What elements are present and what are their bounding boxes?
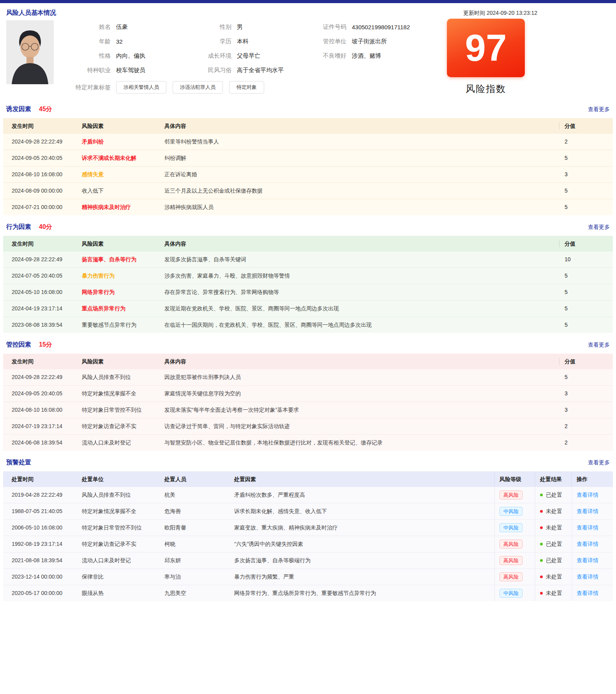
result-text: 未处置 [546,589,562,597]
cell-person: 邱东妍 [164,552,234,568]
result-text: 未处置 [546,573,562,581]
field-value: 高于全省平均水平 [237,67,284,74]
cell-person: 杭美 [164,487,234,503]
cell-unit: 眼须从热 [82,585,164,601]
field-value: 校车驾驶员 [116,67,145,74]
table-row: 2024-08-09 00:00:00收入低下近三个月及以上无公积金或社保缴存数… [3,182,613,199]
table-row: 2020-05-17 00:00:00眼须从热九思美空网络异常行为、重点场所异常… [3,585,613,601]
cell-risk-factor: 特定对象访查记录不实 [82,418,164,434]
view-detail-link[interactable]: 查看详情 [577,491,598,499]
view-detail-link[interactable]: 查看详情 [577,540,598,548]
risk-score: 97 [465,29,507,67]
field-value: 32 [116,38,123,45]
table-row: 2024-09-28 22:22:49扬言滋事、自杀等行为发现多次扬言滋事、自杀… [3,251,613,267]
column-header: 分值 [559,118,611,134]
cell-content: 发现未落实“每半年全面走访考察一次特定对象”基本要求 [164,402,559,418]
section-score: 40分 [39,223,52,231]
status-dot-icon [540,592,543,595]
cell-person: 率与治 [164,569,234,585]
view-detail-link[interactable]: 查看详情 [577,507,598,515]
table-row: 2023-12-14 00:00:00保律非比率与治暴力伤害行为频繁、严重高风险… [3,568,613,585]
table-body: 2024-09-28 22:22:49风险人员排查不到位因故意犯罪被作出刑事判决… [3,369,613,451]
disposal-section-wrap: 预警处置查看更多处置时间处置单位处置人员处置因素风险等级处置结果操作2019-0… [3,451,613,601]
table-row: 2024-09-05 20:40:05诉求不满或长期未化解纠纷调解5 [3,150,613,166]
update-time: 更新时间 2024-09-20 13:23:12 [463,10,537,17]
cell-result: 已处置 [535,536,572,552]
cell-person: 九思美空 [164,585,234,601]
column-header: 处置人员 [164,471,234,487]
view-more-link[interactable]: 查看更多 [588,224,610,231]
field-label: 管控单位 [311,38,346,45]
field-label: 性格 [76,52,111,60]
avatar-photo-icon [6,20,54,84]
view-more-link[interactable]: 查看更多 [588,106,610,113]
table-row: 2019-04-28 22:22:49风险人员排查不到位杭美矛盾纠纷次数多、严重… [3,487,613,503]
cell-score: 3 [559,402,611,418]
cell-factor: 家庭变故、重大疾病、精神疾病未及时治疗 [234,520,494,536]
cell-content: 因故意犯罪被作出刑事判决人员 [164,369,559,385]
table-body: 2024-09-28 22:22:49矛盾纠纷邻里等纠纷警情当事人22024-0… [3,134,613,215]
field-value: 坡子街派出所 [352,38,387,45]
cell-risk-factor: 网络异常行为 [82,284,164,300]
view-more-link[interactable]: 查看更多 [588,342,610,349]
cell-risk-level: 高风险 [494,487,535,503]
table-row: 2024-09-28 22:22:49风险人员排查不到位因故意犯罪被作出刑事判决… [3,369,613,385]
cell-risk-factor: 精神疾病未及时治疗 [82,199,164,215]
view-detail-link[interactable]: 查看详情 [577,589,598,597]
tags-list: 涉相关警情人员涉违法犯罪人员特定对象 [116,81,270,94]
field-label: 证件号码 [311,23,346,31]
section-control-factors: 管控因素15分查看更多发生时间风险因素具体内容分值2024-09-28 22:2… [3,333,613,451]
status-dot-icon [540,526,543,529]
view-detail-link[interactable]: 查看详情 [577,524,598,531]
page-title: 风险人员基本情况 [6,9,56,17]
avatar [6,20,54,84]
cell-risk-factor: 风险人员排查不到位 [82,369,164,385]
cell-score: 3 [559,166,611,182]
cell-risk-level: 中风险 [494,585,535,601]
cell-time: 2024-07-21 00:00:00 [12,199,82,215]
cell-content: 正在诉讼离婚 [164,166,559,182]
page: 风险人员基本情况 更新时间 2024-09-20 13:23:12 姓名伍豪性别… [0,3,616,601]
column-header: 操作 [572,471,611,487]
cell-score: 5 [559,150,611,166]
cell-time: 2006-05-10 16:08:00 [12,520,82,536]
cell-score: 5 [559,317,611,333]
special-object-tag: 涉违法犯罪人员 [173,81,223,94]
table-row: 2006-05-10 16:08:00特定对象日常管控不到位欧阳青馨家庭变故、重… [3,519,613,536]
table-header-row: 发生时间风险因素具体内容分值 [3,118,613,134]
risk-level-badge: 中风险 [500,523,522,533]
cell-unit: 特定对象访查记录不实 [82,536,164,552]
field-label: 民风习俗 [196,67,231,74]
column-header: 处置结果 [535,471,572,487]
risk-level-badge: 高风险 [500,490,522,500]
column-header: 风险因素 [82,236,164,251]
cell-factor: 暴力伤害行为频繁、严重 [234,569,494,585]
status-dot-icon [540,510,543,513]
cell-time: 2021-08-08 18:39:54 [12,552,82,568]
view-detail-link[interactable]: 查看详情 [577,556,598,564]
section-title: 预警处置 [6,459,31,467]
cell-action: 查看详情 [572,503,611,519]
view-detail-link[interactable]: 查看详情 [577,573,598,581]
cell-person: 柯晓 [164,536,234,552]
page-header: 风险人员基本情况 更新时间 2024-09-20 13:23:12 [3,3,613,19]
column-header: 分值 [559,354,611,369]
profile-field: 姓名伍豪 [76,23,196,31]
view-more-link[interactable]: 查看更多 [588,459,610,466]
status-dot-icon [540,494,543,496]
risk-index-panel: 97 风险指数 [447,19,525,95]
column-header: 风险因素 [82,354,164,369]
cell-result: 未处置 [535,520,572,536]
cell-time: 2019-04-28 22:22:49 [12,487,82,503]
cell-time: 2024-07-05 20:40:05 [12,268,82,284]
special-object-tag: 涉相关警情人员 [116,81,166,94]
cell-action: 查看详情 [572,552,611,568]
section-inducing-factors: 诱发因素45分查看更多发生时间风险因素具体内容分值2024-09-28 22:2… [3,97,613,215]
table-row: 2024-08-10 16:08:00感情失意正在诉讼离婚3 [3,166,613,182]
column-header: 风险等级 [494,471,535,487]
cell-action: 查看详情 [572,536,611,552]
table-row: 1988-07-05 21:40:05特定对象情况掌握不全危海善诉求长期未化解、… [3,503,613,519]
factor-sections: 诱发因素45分查看更多发生时间风险因素具体内容分值2024-09-28 22:2… [3,97,613,451]
cell-risk-factor: 感情失意 [82,166,164,182]
result-text: 已处置 [546,491,562,499]
